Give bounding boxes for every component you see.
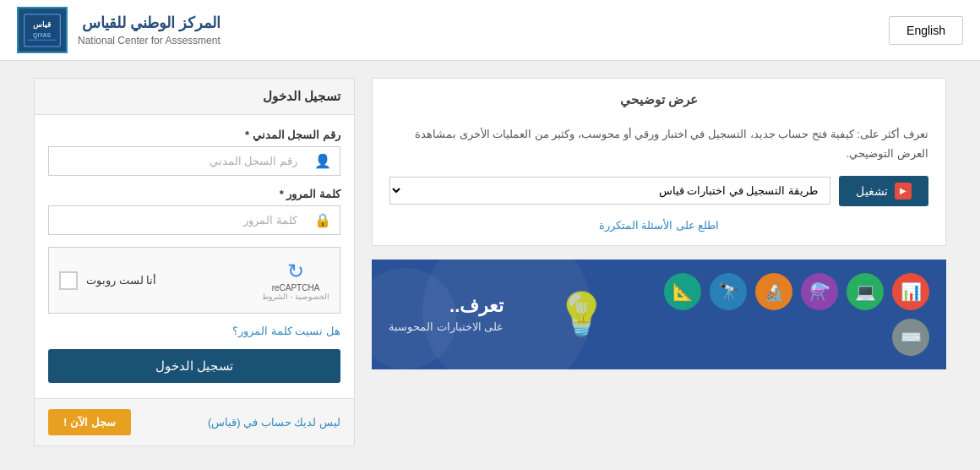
banner-icon-math: 📐: [664, 273, 701, 310]
login-header-title: تسجيل الدخول: [263, 89, 340, 103]
person-icon: 👤: [306, 153, 340, 169]
info-banner: 📊 💻 ⚗️ 🔬 🔭 📐 ⌨️ 💡 تعرف.. على الاختبارات …: [372, 260, 946, 369]
recaptcha-privacy-text: الخصوصية - الشروط: [262, 292, 329, 301]
recaptcha-box[interactable]: أنا لست روبوت ↻ reCAPTCHA الخصوصية - الش…: [48, 247, 340, 314]
faq-link[interactable]: اطلع على الأسئلة المتكررة: [599, 219, 720, 232]
video-selector[interactable]: طريقة التسجيل في اختبارات قياس: [389, 177, 830, 205]
banner-icon-telescope: 🔭: [710, 273, 747, 310]
header-logo: المركز الوطني للقياس National Center for…: [17, 7, 220, 53]
banner-text: تعرف.. على الاختبارات المحوسبة: [389, 295, 504, 333]
national-id-wrapper: 👤: [48, 146, 340, 176]
logo-text: المركز الوطني للقياس National Center for…: [78, 13, 220, 48]
banner-icon-keyboard: ⌨️: [892, 319, 929, 356]
register-now-button[interactable]: سجل الآن !: [48, 409, 131, 435]
svg-text:QIYAS: QIYAS: [33, 31, 51, 38]
password-wrapper: 🔒: [48, 205, 340, 235]
recaptcha-left: أنا لست روبوت: [59, 271, 156, 290]
banner-icons: 📊 💻 ⚗️ 🔬 🔭 📐 ⌨️: [659, 273, 929, 356]
play-label: تشغيل: [856, 184, 888, 198]
recaptcha-logo-icon: ↻: [262, 260, 329, 283]
banner-title: تعرف..: [389, 295, 504, 317]
banner-icon-analytics: 📊: [892, 273, 929, 310]
register-footer: ليس لديك حساب في (قياس) سجل الآن !: [35, 398, 354, 445]
logo-english-name: National Center for Assessment: [78, 34, 220, 48]
national-id-label: رقم السجل المدني *: [48, 128, 340, 141]
svg-text:قياس: قياس: [33, 19, 51, 29]
login-panel: تسجيل الدخول رقم السجل المدني * 👤 كلمة ا…: [34, 78, 355, 446]
recaptcha-text: أنا لست روبوت: [86, 274, 156, 287]
lock-icon: 🔒: [306, 212, 340, 228]
svg-rect-0: [22, 12, 63, 49]
left-panel: عرض توضيحي تعرف أكثر على: كيفية فتح حساب…: [372, 78, 946, 446]
password-label: كلمة المرور *: [48, 188, 340, 200]
recaptcha-checkbox[interactable]: [59, 271, 78, 290]
no-account-text: ليس لديك حساب في (قياس): [208, 416, 340, 429]
play-button[interactable]: ▶ تشغيل: [839, 176, 928, 206]
forgot-password-link[interactable]: هل نسيت كلمة المرور؟: [232, 325, 340, 337]
login-body: رقم السجل المدني * 👤 كلمة المرور * 🔒 أ: [35, 115, 354, 398]
banner-icon-chemistry: ⚗️: [801, 273, 838, 310]
forgot-password-group: هل نسيت كلمة المرور؟: [48, 324, 340, 337]
tutorial-box: عرض توضيحي تعرف أكثر على: كيفية فتح حساب…: [372, 78, 946, 246]
banner-subtitle: على الاختبارات المحوسبة: [389, 320, 504, 333]
banner-icon-microscope: 🔬: [755, 273, 792, 310]
logo-icon: قياس QIYAS: [17, 7, 68, 53]
recaptcha-branding: ↻ reCAPTCHA الخصوصية - الشروط: [262, 260, 329, 301]
recaptcha-brand-text: reCAPTCHA: [262, 283, 329, 292]
national-id-group: رقم السجل المدني * 👤: [48, 128, 340, 176]
header: English المركز الوطني للقياس National Ce…: [0, 0, 980, 61]
tutorial-title: عرض توضيحي: [389, 92, 928, 114]
logo-arabic-name: المركز الوطني للقياس: [78, 13, 220, 34]
main-content: عرض توضيحي تعرف أكثر على: كيفية فتح حساب…: [17, 61, 963, 463]
tutorial-description: تعرف أكثر على: كيفية فتح حساب جديد، التس…: [389, 124, 928, 164]
login-button[interactable]: تسجيل الدخول: [48, 349, 340, 383]
password-group: كلمة المرور * 🔒: [48, 188, 340, 235]
play-icon: ▶: [895, 183, 912, 199]
english-button[interactable]: English: [889, 16, 963, 45]
banner-icon-computer: 💻: [847, 273, 884, 310]
login-header: تسجيل الدخول: [35, 79, 354, 115]
banner-bulb-icon: 💡: [547, 281, 615, 348]
password-input[interactable]: [49, 206, 306, 234]
national-id-input[interactable]: [49, 147, 306, 175]
tutorial-controls: ▶ تشغيل طريقة التسجيل في اختبارات قياس: [389, 176, 928, 206]
